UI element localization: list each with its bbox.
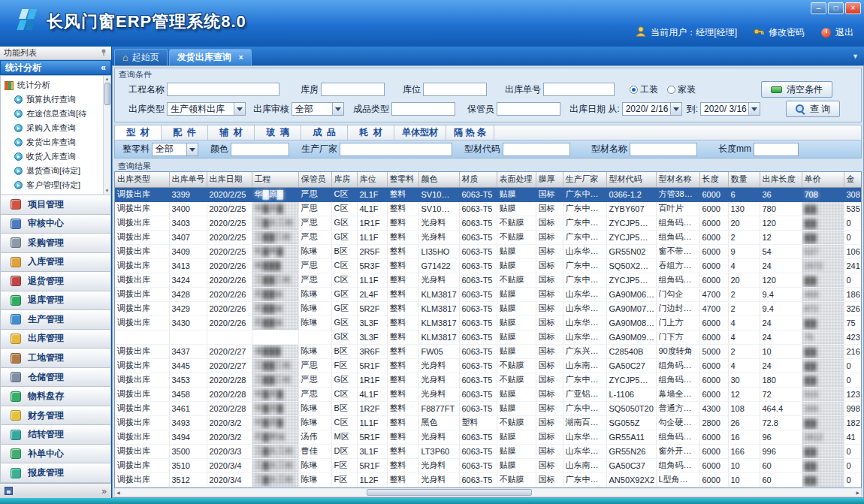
material-tab[interactable]: 型 材 xyxy=(115,125,162,140)
scroll-thumb[interactable] xyxy=(104,83,110,105)
minimize-button[interactable]: – xyxy=(811,2,826,14)
material-tab[interactable]: 耗 材 xyxy=(348,125,394,140)
table-row[interactable]: 调拨出库33992020/2/25华▓原▓严思C区2L1F整料SV10…6063… xyxy=(115,187,862,201)
dropdown-arrow-icon[interactable] xyxy=(234,103,245,115)
close-button[interactable]: × xyxy=(845,2,861,14)
radio-home-label[interactable]: 家装 xyxy=(678,83,696,96)
material-tab[interactable]: 玻 璃 xyxy=(255,125,301,140)
module-item[interactable]: 入库管理 xyxy=(0,253,111,273)
material-tab[interactable]: 隔 热 条 xyxy=(446,125,494,140)
tree-scrollbar[interactable]: ▲ ▼ xyxy=(103,76,110,195)
dropdown-arrow-icon[interactable] xyxy=(186,143,198,155)
column-header[interactable]: 单价 xyxy=(802,172,844,187)
table-row[interactable]: 调拨出库34372020/2/27佛▓▓▓陈琳B区3R6F整料FW056063-… xyxy=(115,344,862,358)
table-row[interactable]: 调拨出库34002020/2/25华▓原▓严思C区4L1F整料SV10…6063… xyxy=(115,201,862,216)
module-item[interactable]: 生产管理 xyxy=(0,310,111,330)
column-header[interactable]: 颜色 xyxy=(418,172,459,187)
scroll-up-icon[interactable]: ▲ xyxy=(105,76,110,83)
column-header[interactable]: 数量 xyxy=(728,172,760,187)
profile-code-input[interactable] xyxy=(503,143,570,156)
module-item[interactable]: 报废管理 xyxy=(0,463,111,483)
table-row[interactable]: 调拨出库34282020/2/26石▓▓城陈琳G区2L4F整料KLM381760… xyxy=(115,287,862,301)
tab-overflow-icon[interactable]: ▼ xyxy=(852,53,859,60)
dropdown-arrow-icon[interactable] xyxy=(332,103,343,115)
module-item[interactable]: 退库管理 xyxy=(0,291,111,311)
table-row[interactable]: 调拨出库34582020/2/28华▓原▓严思C区4L1F整料光身料6063-T… xyxy=(115,387,862,401)
color-input[interactable] xyxy=(231,143,289,156)
tree-item[interactable]: 在途信息查询[待 xyxy=(5,107,103,121)
column-header[interactable]: 型材名称 xyxy=(656,172,699,187)
radio-home-install[interactable] xyxy=(667,86,675,94)
column-header[interactable]: 生产厂家 xyxy=(563,172,606,187)
material-tab[interactable]: 配 件 xyxy=(162,125,208,140)
hscroll-thumb[interactable] xyxy=(367,489,532,496)
column-header[interactable]: 金 xyxy=(844,172,862,187)
logout-link[interactable]: 退出 xyxy=(835,26,853,39)
tree-item[interactable]: 收货入库查询 xyxy=(5,149,103,164)
whole-part-select[interactable]: 全部 xyxy=(152,143,198,156)
expand-chevrons-icon[interactable]: » xyxy=(101,486,107,496)
tree-item[interactable]: 预算执行查询 xyxy=(5,92,103,107)
section-header-stats[interactable]: 统计分析 « xyxy=(0,60,111,75)
module-item[interactable]: 财务管理 xyxy=(0,406,111,426)
table-row[interactable]: 调拨出库34532020/2/28工▓▓工程严思G区1R1F整料光身料6063-… xyxy=(115,373,862,387)
tab-shipment-outbound-query[interactable]: 发货出库查询 × xyxy=(169,49,252,65)
module-item[interactable]: 出库管理 xyxy=(0,330,111,349)
length-input[interactable] xyxy=(754,143,799,156)
table-row[interactable]: 调拨出库35122020/3/4工▓共工程陈琳F区1L2F整料光身料6063-T… xyxy=(115,472,862,487)
scroll-right-icon[interactable]: ▶ xyxy=(856,490,859,495)
table-row[interactable]: 调拨出库34032020/2/25工▓共工程严思G区1R1F整料光身料6063-… xyxy=(115,216,862,230)
scroll-down-icon[interactable]: ▼ xyxy=(105,188,110,195)
column-header[interactable]: 保管员 xyxy=(298,172,331,187)
dropdown-arrow-icon[interactable] xyxy=(748,103,760,115)
module-item[interactable]: 采购管理 xyxy=(0,234,111,253)
warehouse-input[interactable] xyxy=(321,83,385,96)
save-icon[interactable] xyxy=(5,487,13,495)
project-name-input[interactable] xyxy=(167,83,279,96)
pin-icon[interactable] xyxy=(100,49,107,58)
column-header[interactable]: 出库日期 xyxy=(207,172,252,187)
radio-work-label[interactable]: 工装 xyxy=(640,83,658,96)
collapse-icon[interactable]: « xyxy=(101,62,106,73)
module-item[interactable]: 项目管理 xyxy=(0,195,111,215)
tree-item[interactable]: 采购入库查询 xyxy=(5,121,103,135)
audit-select[interactable]: 全部 xyxy=(292,102,344,116)
order-no-input[interactable] xyxy=(543,83,615,96)
module-item[interactable]: 补单中心 xyxy=(0,445,111,464)
table-row[interactable]: 调拨出库34092020/2/25长▓网▓陈琳B区2R5F整料LI35HO606… xyxy=(115,244,862,258)
location-input[interactable] xyxy=(423,83,487,96)
scroll-left-icon[interactable]: ◀ xyxy=(116,490,120,495)
column-header[interactable]: 出库单号 xyxy=(169,172,207,187)
tree-item[interactable]: 退货查询[待定] xyxy=(5,164,103,178)
tab-close-icon[interactable]: × xyxy=(239,53,243,62)
column-header[interactable]: 出库长度 xyxy=(760,172,802,187)
change-password-link[interactable]: 修改密码 xyxy=(769,26,805,39)
module-item[interactable]: 结转管理 xyxy=(0,425,111,445)
table-row[interactable]: 调拨出库35002020/3/3工▓共工程曹佳D区3L1F整料LT3P60606… xyxy=(115,444,862,458)
tree-item[interactable]: 客户管理[待定] xyxy=(5,178,103,192)
keeper-input[interactable] xyxy=(497,102,560,116)
table-row[interactable]: 调拨出库34132020/2/26南▓▓▓严思C区5R3F整料G71422606… xyxy=(115,258,862,273)
maximize-button[interactable]: □ xyxy=(828,2,844,14)
column-header[interactable]: 整零料 xyxy=(387,172,418,187)
date-to-picker[interactable]: 2020/ 3/16 xyxy=(700,102,760,116)
column-header[interactable]: 长度 xyxy=(699,172,728,187)
radio-work-install[interactable] xyxy=(630,86,638,94)
column-header[interactable]: 出库类型 xyxy=(115,172,169,187)
table-row[interactable]: 调拨出库34452020/2/27工▓▓工程严思F区5R1F整料光身料6063-… xyxy=(115,358,862,373)
table-row[interactable]: 调拨出库34242020/2/26工▓▓工程严思C区1L1F整料光身料6063-… xyxy=(115,273,862,287)
date-from-picker[interactable]: 2020/ 2/16 xyxy=(622,102,682,116)
module-item[interactable]: 工地管理 xyxy=(0,349,111,368)
out-type-select[interactable]: 生产领料出库 xyxy=(167,102,246,116)
clear-conditions-button[interactable]: 清空条件 xyxy=(761,81,832,98)
table-row[interactable]: 调拨出库34072020/2/25工▓▓工程严思G区1L1F整料光身料6063-… xyxy=(115,230,862,244)
profile-name-input[interactable] xyxy=(630,143,697,156)
material-tab[interactable]: 辅 材 xyxy=(208,125,255,140)
table-row[interactable]: 调拨出库34942020/3/2石▓辉城汤伟M区5R1F整料光身料6063-T5… xyxy=(115,430,862,444)
table-row[interactable]: 调拨出库35102020/3/4工▓共工程陈琳F区5R1F整料光身料6063-T… xyxy=(115,458,862,472)
material-tab[interactable]: 成 品 xyxy=(301,125,348,140)
table-row[interactable]: G区3L3F整料KLM38176063-T5贴膜国标山东华…GA90M09…门下… xyxy=(115,330,862,344)
table-row[interactable]: 调拨出库34932020/3/2华▓原▓陈琳C区1L1F整料黑色塑料不贴膜国标湖… xyxy=(115,415,862,430)
column-header[interactable]: 膜厚 xyxy=(536,172,563,187)
tab-home[interactable]: ⌂ 起始页 xyxy=(114,49,168,65)
